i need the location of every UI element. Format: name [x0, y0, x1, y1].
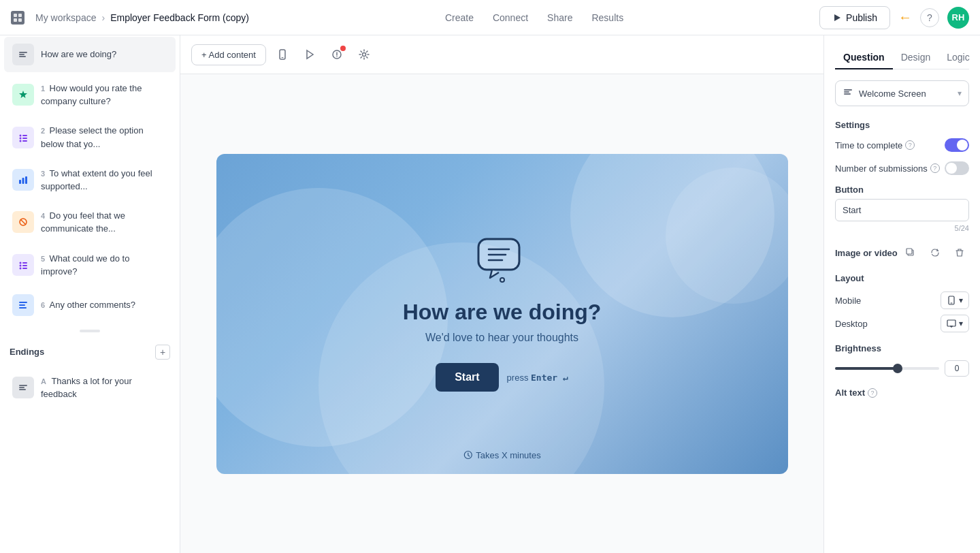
svg-rect-47: [844, 93, 851, 95]
scroll-indicator: [80, 330, 100, 332]
panel-tabs: Question Design Logic: [835, 46, 969, 69]
copy-icon[interactable]: [901, 243, 920, 262]
svg-rect-5: [19, 52, 27, 53]
sidebar-item-q4[interactable]: 4 Do you feel that we communicate the...: [4, 202, 176, 242]
sidebar-item-q1[interactable]: 1 How would you rate the company culture…: [4, 75, 176, 114]
char-count: 5/24: [835, 224, 969, 232]
svg-rect-6: [19, 54, 24, 55]
sidebar-item-q2[interactable]: 2 Please select the option below that yo…: [4, 117, 176, 157]
svg-rect-1: [18, 14, 22, 17]
endings-header: Endings +: [0, 338, 180, 366]
delete-icon[interactable]: [950, 243, 969, 262]
sidebar-item-ending[interactable]: A Thanks a lot for your feedback: [4, 368, 176, 407]
warning-icon[interactable]: [326, 44, 348, 65]
svg-point-13: [20, 140, 22, 142]
publish-button[interactable]: Publish: [819, 6, 890, 29]
avatar[interactable]: RH: [947, 7, 969, 29]
brightness-track: [835, 367, 898, 370]
top-nav: My workspace › Employer Feedback Form (c…: [0, 0, 980, 35]
q5-text: What could we do to improve?: [41, 253, 129, 276]
mobile-layout-dropdown[interactable]: ▾: [941, 291, 969, 309]
ending-letter: A: [41, 377, 46, 385]
chat-bubble-icon: [475, 236, 529, 283]
red-dot: [340, 46, 346, 51]
form-preview: How are we doing? We'd love to hear your…: [216, 154, 788, 474]
play-icon: [832, 13, 842, 22]
brightness-value[interactable]: 0: [945, 360, 969, 377]
logo-icon: [11, 11, 24, 25]
button-input[interactable]: [835, 199, 969, 221]
panel-tab-design[interactable]: Design: [893, 46, 939, 69]
desktop-layout-dropdown[interactable]: ▾: [941, 315, 969, 332]
endings-label: Endings: [10, 347, 44, 357]
svg-rect-10: [22, 135, 27, 136]
svg-point-11: [20, 137, 22, 139]
sidebar-item-q5[interactable]: 5 What could we do to improve?: [4, 245, 176, 285]
circle-slash-icon: [12, 211, 34, 233]
svg-rect-15: [19, 180, 21, 184]
chat-icon-wrapper: [475, 236, 529, 286]
start-button[interactable]: Start: [436, 363, 498, 392]
svg-rect-27: [19, 304, 25, 306]
replace-icon[interactable]: [926, 243, 945, 262]
workspace-link[interactable]: My workspace: [35, 12, 96, 23]
svg-rect-2: [14, 18, 17, 22]
image-video-row: Image or video: [835, 243, 969, 262]
tab-share[interactable]: Share: [547, 10, 572, 26]
settings-gear-icon[interactable]: [353, 44, 375, 65]
tab-create[interactable]: Create: [445, 10, 474, 26]
q6-num: 6: [41, 301, 45, 309]
mobile-preview-icon[interactable]: [272, 44, 293, 65]
sidebar-item-welcome[interactable]: How are we doing?: [4, 37, 176, 72]
desktop-icon: [947, 319, 956, 328]
svg-rect-29: [19, 385, 27, 386]
svg-point-43: [500, 278, 504, 282]
svg-rect-51: [951, 303, 953, 304]
preview-title: How are we doing?: [403, 300, 602, 325]
brightness-slider[interactable]: [835, 367, 939, 370]
add-content-button[interactable]: + Add content: [191, 44, 266, 65]
clock-icon: [463, 450, 472, 460]
panel-tab-question[interactable]: Question: [835, 46, 893, 69]
tab-results[interactable]: Results: [591, 10, 623, 26]
panel-tab-logic[interactable]: Logic: [938, 46, 977, 69]
svg-rect-12: [22, 138, 27, 139]
svg-rect-46: [844, 91, 849, 93]
sidebar-item-q3[interactable]: 3 To what extent do you feel supported..…: [4, 160, 176, 200]
star-icon: [12, 84, 34, 106]
list-icon: [12, 127, 34, 148]
sidebar: How are we doing? 1 How would you rate t…: [0, 35, 180, 553]
q4-num: 4: [41, 212, 45, 220]
q5-num: 5: [41, 255, 45, 263]
svg-point-20: [20, 262, 22, 264]
arrow-indicator: ←: [898, 10, 912, 25]
toggle-thumb: [957, 140, 968, 151]
svg-rect-30: [19, 387, 24, 388]
svg-line-19: [20, 219, 26, 225]
play-preview-icon[interactable]: [299, 44, 321, 65]
tab-connect[interactable]: Connect: [493, 10, 528, 26]
q6-text: Any other comments?: [50, 300, 135, 310]
svg-marker-4: [834, 14, 840, 21]
help-icon[interactable]: ?: [920, 8, 939, 27]
sidebar-item-q6[interactable]: 6 Any other comments?: [4, 287, 176, 323]
svg-rect-49: [906, 249, 912, 254]
right-panel: Question Design Logic Welcome Screen ▾ S…: [823, 35, 980, 553]
svg-rect-16: [22, 178, 24, 184]
button-input-wrapper: [835, 199, 969, 221]
breadcrumb: My workspace › Employer Feedback Form (c…: [35, 12, 249, 23]
svg-point-22: [20, 264, 22, 266]
canvas-body: How are we doing? We'd love to hear your…: [180, 74, 823, 553]
canvas-toolbar: + Add content: [180, 35, 823, 74]
preview-subtitle: We'd love to hear your thoughts: [425, 332, 578, 344]
ending-icon: [12, 377, 34, 398]
add-ending-button[interactable]: +: [155, 345, 170, 360]
time-complete-toggle[interactable]: [945, 138, 969, 152]
brightness-label: Brightness: [835, 343, 969, 353]
screen-selector[interactable]: Welcome Screen ▾: [835, 80, 969, 106]
nav-tabs: Create Connect Share Results: [257, 10, 811, 26]
svg-rect-14: [22, 140, 27, 142]
svg-rect-45: [844, 89, 852, 91]
submissions-toggle[interactable]: [945, 161, 969, 175]
main-layout: How are we doing? 1 How would you rate t…: [0, 35, 980, 553]
